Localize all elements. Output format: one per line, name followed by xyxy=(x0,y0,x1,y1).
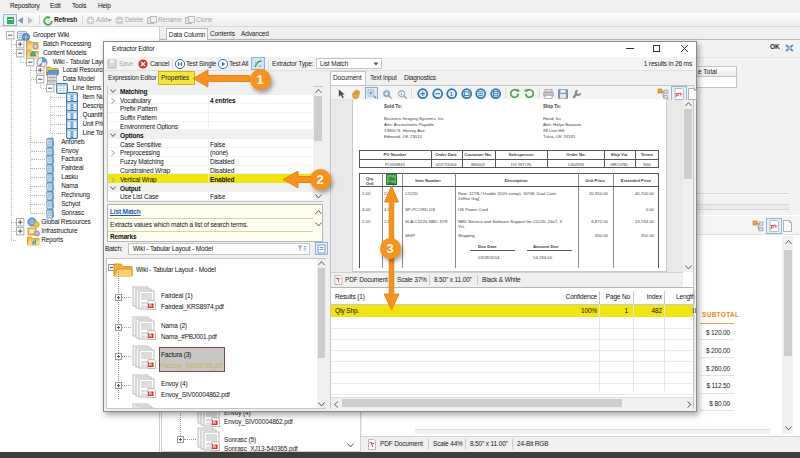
svg-text:1: 1 xyxy=(450,91,453,97)
svg-text:SP-PCORD-US: SP-PCORD-US xyxy=(405,207,435,212)
svg-text:03/28/2014: 03/28/2014 xyxy=(478,255,500,260)
svg-text:Yrs: Yrs xyxy=(458,224,464,229)
svg-text:SHIP: SHIP xyxy=(405,233,415,238)
svg-text:Due Date: Due Date xyxy=(478,244,497,249)
svg-text:13,744.00: 13,744.00 xyxy=(635,219,654,224)
svg-text:SLA-C5220-NBD-3YR: SLA-C5220-NBD-3YR xyxy=(405,219,448,224)
svg-text:54,594.00: 54,594.00 xyxy=(533,255,553,260)
svg-text:2.00: 2.00 xyxy=(362,219,371,224)
svg-text:Description: Description xyxy=(505,178,528,183)
svg-text:US Power Cord: US Power Cord xyxy=(458,207,488,212)
svg-text:Edmond, OK 73013: Edmond, OK 73013 xyxy=(384,134,422,139)
svg-text:2xHex Gig[: 2xHex Gig[ xyxy=(458,196,480,201)
svg-text:Shipping: Shipping xyxy=(458,233,475,238)
svg-text:40,700.00: 40,700.00 xyxy=(635,191,654,196)
svg-text:Item Number: Item Number xyxy=(415,178,441,183)
svg-text:P: P xyxy=(676,92,680,98)
svg-text:4.00: 4.00 xyxy=(362,207,371,212)
svg-text:Sold To:: Sold To: xyxy=(384,104,402,109)
svg-text:0.00: 0.00 xyxy=(646,207,654,212)
svg-text:2.00: 2.00 xyxy=(362,191,371,196)
svg-text:Tulsa, OK 74135: Tulsa, OK 74135 xyxy=(543,134,576,139)
svg-text:350.00: 350.00 xyxy=(641,233,654,238)
svg-text:Terms: Terms xyxy=(640,152,653,157)
svg-text:Amount Due: Amount Due xyxy=(533,244,559,249)
svg-text:Extended Price: Extended Price xyxy=(620,178,651,183)
svg-text:Ship To:: Ship To: xyxy=(543,104,561,109)
svg-text:P: P xyxy=(771,224,775,230)
svg-text:C5220: C5220 xyxy=(405,191,418,196)
svg-text:N30: N30 xyxy=(643,162,651,167)
